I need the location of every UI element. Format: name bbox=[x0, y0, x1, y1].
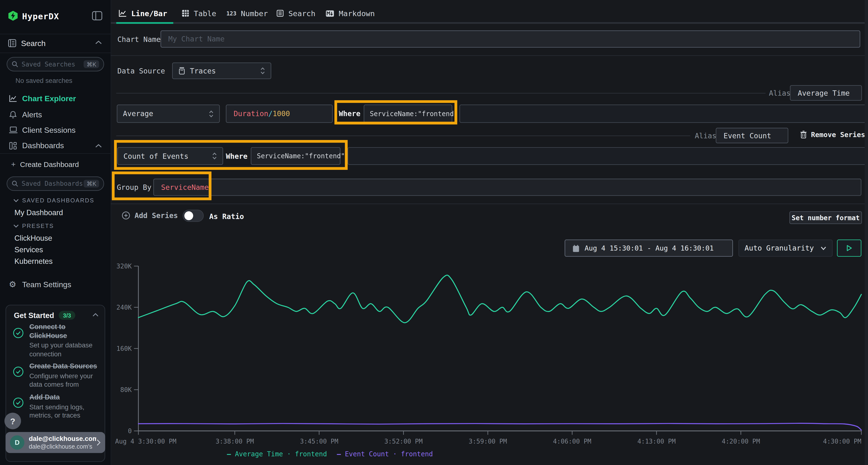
section-divider bbox=[111, 56, 868, 56]
alias-label: Alias bbox=[695, 132, 716, 140]
alias-divider bbox=[116, 93, 766, 94]
series2-alias-value: Event Count bbox=[723, 131, 771, 139]
app-title: HyperDX bbox=[22, 11, 59, 22]
create-dashboard-button[interactable]: + Create Dashboard bbox=[11, 160, 79, 169]
series1-where-input[interactable]: ServiceName:"frontend" bbox=[364, 105, 452, 123]
data-source-select[interactable]: Traces bbox=[172, 62, 271, 79]
sidebar-item-team-settings[interactable]: ⚙ Team Settings bbox=[0, 277, 111, 292]
series2-query-field[interactable]: SQL|Lucene bbox=[348, 147, 868, 165]
saved-dashboards-input[interactable]: Saved Dashboards ⌘K bbox=[7, 176, 104, 191]
search-section-icon bbox=[8, 39, 17, 48]
tab-label: Number bbox=[241, 9, 268, 18]
series2-aggfn-select[interactable]: Count of Events bbox=[117, 147, 223, 165]
granularity-value: Auto Granularity bbox=[745, 244, 820, 252]
sidebar-item-label: Chart Explorer bbox=[22, 94, 76, 103]
sidebar-item-alerts[interactable]: Alerts bbox=[0, 107, 111, 122]
sidebar-item-client-sessions[interactable]: Client Sessions bbox=[0, 123, 111, 137]
presets-section-header[interactable]: PRESETS bbox=[13, 222, 54, 229]
alias-label: Alias bbox=[769, 89, 790, 97]
series1-aggfn-select[interactable]: Average bbox=[117, 105, 220, 123]
series1-alias-input[interactable]: Average Time bbox=[790, 85, 862, 101]
chart-name-placeholder: My Chart Name bbox=[168, 35, 225, 43]
get-started-badge: 3/3 bbox=[59, 311, 75, 320]
as-ratio-label: As Ratio bbox=[209, 212, 244, 221]
task-title: Create Data Sources bbox=[29, 362, 101, 371]
chevron-updown-icon bbox=[260, 67, 265, 75]
group-by-input[interactable]: ServiceName bbox=[153, 179, 861, 196]
saved-searches-placeholder: Saved Searches bbox=[22, 60, 84, 68]
search-icon bbox=[11, 61, 18, 68]
svg-text:3:52:00 PM: 3:52:00 PM bbox=[384, 437, 423, 445]
main-content: Line/Bar Table 123 Number Search Markdow… bbox=[111, 0, 868, 465]
markdown-icon bbox=[326, 10, 334, 17]
add-series-button[interactable]: Add Series bbox=[122, 211, 178, 220]
section-divider bbox=[111, 204, 868, 204]
series2-alias-input[interactable]: Event Count bbox=[716, 128, 788, 143]
timeseries-chart[interactable]: 080K160K240K320KAug 4 3:30:00 PM3:38:00 … bbox=[111, 252, 868, 451]
get-started-item[interactable]: Add Data Start sending logs, metrics, or… bbox=[29, 393, 101, 420]
section-label: SAVED DASHBOARDS bbox=[22, 197, 94, 204]
sidebar-item-dashboards[interactable]: Dashboards bbox=[0, 138, 111, 153]
user-email: dale@clickhouse.com bbox=[29, 435, 96, 443]
svg-text:0: 0 bbox=[128, 427, 132, 435]
plus-icon: + bbox=[11, 160, 16, 169]
app-window: HyperDX Search Saved Searches ⌘K No save… bbox=[0, 0, 868, 465]
svg-text:4:06:00 PM: 4:06:00 PM bbox=[553, 437, 591, 445]
field-value: 1000 bbox=[273, 110, 290, 118]
series1-field-input[interactable]: Duration/1000 bbox=[226, 105, 333, 123]
user-menu[interactable]: D dale@clickhouse.com dale@clickhouse.co… bbox=[5, 432, 105, 453]
sidebar-item-kubernetes[interactable]: Kubernetes bbox=[14, 257, 53, 266]
database-icon bbox=[178, 67, 185, 75]
series2-where-input[interactable]: ServiceName:"frontend" bbox=[251, 147, 340, 165]
sidebar-divider bbox=[0, 153, 111, 154]
data-source-label: Data Source bbox=[117, 67, 165, 75]
task-title: Connect to ClickHouse bbox=[29, 323, 100, 340]
search-section-header[interactable]: Search bbox=[0, 34, 111, 53]
chevron-up-icon[interactable] bbox=[92, 313, 98, 317]
series2-where-label: Where bbox=[226, 152, 248, 160]
get-started-item[interactable]: Connect to ClickHouse Set up your databa… bbox=[29, 323, 100, 359]
sidebar-item-label: Dashboards bbox=[22, 141, 64, 150]
get-started-header[interactable]: Get Started 3/3 bbox=[14, 311, 75, 320]
bell-icon bbox=[9, 110, 18, 119]
set-number-format-button[interactable]: Set number format bbox=[789, 211, 862, 224]
group-by-value: ServiceName bbox=[161, 183, 209, 191]
help-button[interactable]: ? bbox=[4, 413, 21, 429]
legend-item[interactable]: — Average Time · frontend bbox=[227, 450, 327, 458]
plus-circle-icon bbox=[122, 211, 130, 220]
tab-number[interactable]: 123 Number bbox=[226, 5, 268, 21]
calendar-icon bbox=[572, 244, 580, 252]
check-circle-icon bbox=[13, 327, 24, 338]
sidebar-item-services[interactable]: Services bbox=[14, 245, 43, 254]
saved-searches-input[interactable]: Saved Searches ⌘K bbox=[7, 57, 104, 71]
field-op: / bbox=[268, 110, 273, 118]
saved-dashboards-placeholder: Saved Dashboards bbox=[22, 180, 84, 188]
tab-line-bar[interactable]: Line/Bar bbox=[118, 5, 167, 21]
avatar: D bbox=[10, 435, 24, 450]
remove-series-button[interactable]: Remove Series bbox=[800, 131, 865, 139]
section-label: PRESETS bbox=[22, 222, 54, 229]
tab-search[interactable]: Search bbox=[276, 5, 316, 21]
get-started-item[interactable]: Create Data Sources Configure where your… bbox=[29, 362, 101, 389]
trash-icon bbox=[800, 131, 807, 139]
legend-item[interactable]: — Event Count · frontend bbox=[337, 450, 433, 458]
tab-table[interactable]: Table bbox=[182, 5, 216, 21]
sidebar-item-chart-explorer[interactable]: Chart Explorer bbox=[0, 91, 111, 106]
chevron-down-icon bbox=[13, 224, 19, 228]
sidebar-item-my-dashboard[interactable]: My Dashboard bbox=[14, 209, 63, 217]
sidebar-item-clickhouse[interactable]: ClickHouse bbox=[14, 234, 52, 242]
tab-label: Markdown bbox=[339, 9, 375, 18]
remove-series-label: Remove Series bbox=[811, 131, 865, 139]
saved-dashboards-section-header[interactable]: SAVED DASHBOARDS bbox=[13, 197, 94, 204]
scrollbar-gutter[interactable] bbox=[865, 0, 868, 465]
series2-aggfn-value: Count of Events bbox=[123, 152, 212, 160]
svg-text:80K: 80K bbox=[120, 386, 132, 393]
shortcut-badge: ⌘K bbox=[84, 60, 99, 68]
series1-query-field[interactable]: SQL|Lucene bbox=[460, 105, 868, 123]
time-range-value: Aug 4 15:30:01 - Aug 4 16:30:01 bbox=[585, 244, 714, 252]
tab-markdown[interactable]: Markdown bbox=[326, 5, 375, 21]
chart-name-input[interactable]: My Chart Name bbox=[161, 30, 860, 47]
as-ratio-toggle[interactable] bbox=[183, 210, 204, 222]
collapse-sidebar-icon[interactable] bbox=[92, 11, 102, 21]
get-started-title: Get Started bbox=[14, 311, 54, 319]
